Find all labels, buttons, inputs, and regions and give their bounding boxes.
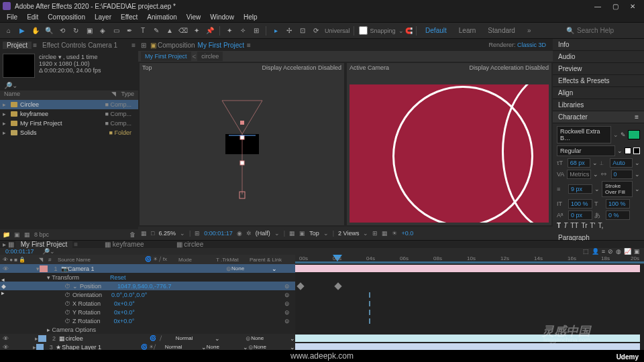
- position-icon[interactable]: ✢: [283, 25, 295, 37]
- tab-project[interactable]: Project: [3, 42, 32, 49]
- project-item-solids[interactable]: ▸Solids■ Folder: [0, 128, 138, 137]
- cbot-snap-icon[interactable]: ◉: [237, 230, 242, 237]
- snapping-checkbox[interactable]: [359, 26, 368, 35]
- anchor-icon[interactable]: ▸: [270, 25, 282, 37]
- pan-behind-tool[interactable]: ◈: [97, 25, 109, 37]
- all-caps[interactable]: TT: [570, 222, 578, 229]
- tl-mb-icon[interactable]: ◍: [616, 248, 621, 255]
- layer-camera1[interactable]: 👁 ▾1📷Camera 1⊚None⌄: [0, 264, 295, 273]
- tl-mask-icon[interactable]: ▣: [634, 248, 640, 255]
- renderer-select[interactable]: Classic 3D: [517, 42, 546, 48]
- view-axis-icon[interactable]: ⊞: [250, 25, 262, 37]
- camera-tool[interactable]: ▣: [83, 25, 95, 37]
- panel-preview[interactable]: Preview: [553, 63, 644, 75]
- maximize-button[interactable]: ▢: [609, 3, 621, 10]
- panel-align[interactable]: Align: [553, 87, 644, 99]
- keyframe[interactable]: [297, 282, 304, 290]
- tltab-circlee[interactable]: ▦ circlee: [171, 241, 209, 248]
- layer-circlee[interactable]: 👁 ▸2▦circlee🌀 ⧸Normal⌄⊚None⌄: [0, 334, 295, 343]
- menu-edit[interactable]: Edit: [23, 13, 42, 21]
- panel-audio[interactable]: Audio: [553, 51, 644, 63]
- local-axis-icon[interactable]: ✦: [223, 25, 235, 37]
- selection-tool[interactable]: ▶: [16, 25, 28, 37]
- minimize-button[interactable]: —: [592, 3, 604, 10]
- tl-draft-icon[interactable]: ≡: [602, 248, 605, 255]
- cbot-shutter-icon[interactable]: ✲: [246, 230, 252, 237]
- fg-swatch[interactable]: [625, 147, 631, 154]
- exposure-value[interactable]: +0.0: [401, 230, 413, 237]
- project-search-icon[interactable]: 🔎⌄: [4, 82, 17, 89]
- eraser-tool[interactable]: ⌫: [177, 25, 189, 37]
- zoom-select[interactable]: 6.25%: [158, 230, 176, 237]
- rotate-tool[interactable]: ↻: [70, 25, 82, 37]
- comptab-circlee[interactable]: circlee: [197, 52, 223, 61]
- cbot-trans-icon[interactable]: ▣: [299, 230, 305, 237]
- world-axis-icon[interactable]: ✧: [237, 25, 249, 37]
- orbit-tool[interactable]: ⟲: [56, 25, 68, 37]
- small-caps[interactable]: Tr: [581, 222, 587, 229]
- cbot-res-icon[interactable]: ⊞: [195, 230, 200, 237]
- search-input[interactable]: [577, 27, 637, 34]
- prop-zrot[interactable]: ⏱ Z Rotation0x+0.0°⊚: [0, 316, 295, 325]
- vscale[interactable]: 100 %: [568, 199, 592, 208]
- viewport-active-camera[interactable]: Active Camera Display Acceleration Disab…: [347, 63, 551, 225]
- kerning[interactable]: Metrics: [567, 170, 591, 179]
- tltab-myfirst[interactable]: My First Project: [15, 241, 72, 248]
- res-select[interactable]: (Half): [256, 230, 270, 237]
- puppet-tool[interactable]: 📌: [204, 25, 216, 37]
- type-tool[interactable]: T: [137, 25, 149, 37]
- menu-file[interactable]: File: [3, 13, 21, 21]
- stroke-option[interactable]: Stroke Over Fill: [602, 181, 633, 197]
- keyframe[interactable]: [334, 282, 341, 290]
- stroke-width[interactable]: 9 px: [568, 184, 592, 194]
- font-size[interactable]: 68 px: [568, 158, 590, 168]
- menu-effect[interactable]: Effect: [117, 13, 142, 21]
- prop-yrot[interactable]: ⏱ Y Rotation0x+0.0°⊚: [0, 308, 295, 316]
- tracking[interactable]: 0: [611, 170, 633, 179]
- project-item-keyframee[interactable]: ▸keyframee■ Comp...: [0, 109, 138, 119]
- bpc-label[interactable]: 8 bpc: [34, 231, 49, 238]
- search-icon[interactable]: 🔍: [566, 27, 574, 34]
- workspace-more[interactable]: »: [522, 27, 537, 34]
- prop-camopts[interactable]: ▸ Camera Options: [0, 325, 295, 334]
- prop-orientation[interactable]: ⏱ Orientation0.0°,0.0°,0.0°⊚: [0, 290, 295, 299]
- timeline-graph[interactable]: 00s 02s 04s 06s 08s 10s 12s 14s 16s 18s …: [295, 255, 644, 351]
- leading[interactable]: Auto: [610, 158, 633, 168]
- flow-icon[interactable]: ⊞: [141, 42, 146, 49]
- prop-transform[interactable]: ▾ TransformReset: [0, 273, 295, 282]
- menu-composition[interactable]: Composition: [44, 13, 89, 21]
- col-name[interactable]: Name: [4, 90, 111, 100]
- tl-fx-icon[interactable]: ⊘: [608, 248, 613, 255]
- col-type[interactable]: Type: [121, 90, 134, 100]
- roto-tool[interactable]: ✦: [191, 25, 203, 37]
- new-comp-icon[interactable]: ▦: [24, 231, 30, 238]
- menu-animation[interactable]: Animation: [143, 13, 180, 21]
- cbot-grid-icon[interactable]: □: [151, 230, 154, 237]
- menu-layer[interactable]: Layer: [91, 13, 115, 21]
- cbot-region-icon[interactable]: ▦: [289, 230, 295, 237]
- clone-tool[interactable]: ▲: [164, 25, 176, 37]
- cbot-alpha-icon[interactable]: ▦: [141, 230, 147, 237]
- viewport-top[interactable]: Top Display Acceleration Disabled: [140, 63, 344, 225]
- brush-tool[interactable]: ✎: [150, 25, 162, 37]
- shape-tool[interactable]: ▭: [110, 25, 122, 37]
- tl-shy-icon[interactable]: 👤: [592, 248, 599, 255]
- cbot-exp-icon[interactable]: ☀: [392, 230, 397, 237]
- cbot-3d-icon[interactable]: ⊞: [372, 230, 378, 237]
- faux-bold[interactable]: T: [557, 222, 561, 229]
- prop-position[interactable]: ◂ ◆ ▸⏱⌄ Position1047.9,540.0,-776.7⊚: [0, 282, 295, 290]
- panel-effects[interactable]: Effects & Presets: [553, 75, 644, 87]
- layerbar-camera1[interactable]: [295, 265, 640, 272]
- fill-swatch[interactable]: [628, 130, 640, 139]
- eyedropper-icon[interactable]: ✎: [621, 131, 626, 138]
- superscript[interactable]: T': [590, 222, 596, 229]
- panel-info[interactable]: Info: [553, 39, 644, 51]
- font-select[interactable]: Rockwell Extra B…: [557, 126, 611, 143]
- rotation-icon[interactable]: ⟳: [310, 25, 322, 37]
- render-queue-icon[interactable]: ▸ ▦: [3, 241, 14, 248]
- hscale[interactable]: 100 %: [606, 199, 630, 208]
- tltab-keyframee[interactable]: ▦ keyframee: [99, 241, 149, 248]
- tl-comp-icon[interactable]: ⬚: [583, 248, 589, 255]
- col-label-icon[interactable]: ◥: [111, 90, 121, 100]
- comp-active[interactable]: My First Project: [197, 42, 244, 49]
